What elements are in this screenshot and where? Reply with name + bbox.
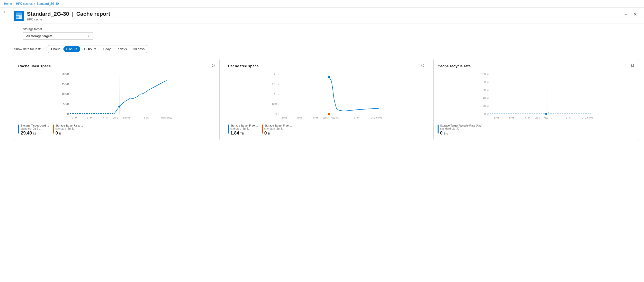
content-area: Standard_2G-30 | Cache report HPC cache … xyxy=(9,8,644,281)
chart-used-space-legend: Storage Target Used ... standard_2g-3...… xyxy=(18,124,216,136)
legend-item-1: Storage Target Used ... standard_2g-3...… xyxy=(18,124,49,136)
svg-text:80B/s: 80B/s xyxy=(483,81,489,84)
chart-recycle-rate-legend: Storage Target Recycle Rate (Avg) standa… xyxy=(438,124,635,136)
svg-text:150kB: 150kB xyxy=(62,83,69,86)
svg-text:Jul 6: Jul 6 xyxy=(323,116,328,119)
header-actions: ··· ✕ xyxy=(622,11,639,18)
storage-target-dropdown[interactable]: All storage targets ▾ xyxy=(23,32,93,40)
svg-text:4:52 PM: 4:52 PM xyxy=(121,116,130,119)
svg-text:6 PM: 6 PM xyxy=(354,116,359,119)
svg-point-17 xyxy=(118,105,120,108)
svg-rect-2 xyxy=(19,13,22,16)
dropdown-selected: All storage targets xyxy=(26,34,52,38)
legend-color-orange-2 xyxy=(262,124,263,134)
sidebar-chevron-icon: » xyxy=(4,10,5,14)
svg-text:4 PM: 4 PM xyxy=(312,116,318,119)
svg-text:4:52 PM: 4:52 PM xyxy=(544,116,552,119)
time-opt-12hours[interactable]: 12 hours xyxy=(80,46,99,52)
svg-text:⌖: ⌖ xyxy=(548,112,550,114)
charts-container: Cache used space 200kB 150kB 100kB 50kB … xyxy=(9,57,644,142)
svg-text:60B/s: 60B/s xyxy=(483,89,489,92)
svg-text:UTC-04:00: UTC-04:00 xyxy=(582,116,593,119)
page-icon xyxy=(14,11,24,21)
svg-point-60 xyxy=(545,112,548,115)
breadcrumb: Home › HPC caches › Standard_2G-30 xyxy=(4,2,59,6)
svg-text:500GB: 500GB xyxy=(271,103,278,106)
svg-text:Jul 6: Jul 6 xyxy=(113,116,118,119)
time-filter: Show data for last: 1 hour 6 hours 12 ho… xyxy=(9,43,644,57)
time-opt-30days[interactable]: 30 days xyxy=(130,46,148,52)
legend-color-blue-2 xyxy=(228,124,229,134)
svg-text:4 PM: 4 PM xyxy=(525,116,530,119)
svg-text:6 PM: 6 PM xyxy=(144,116,149,119)
breadcrumb-bar: Home › HPC caches › Standard_2G-30 xyxy=(0,0,644,8)
chart-recycle-rate-title: Cache recycle rate xyxy=(438,63,635,69)
legend-item-3: Storage Target Free ... standard_2g-3...… xyxy=(228,124,258,136)
sidebar-toggle[interactable]: » xyxy=(0,8,9,281)
svg-text:50kB: 50kB xyxy=(63,103,69,106)
svg-text:2 PM: 2 PM xyxy=(494,116,499,119)
page-title-area: Standard_2G-30 | Cache report HPC cache xyxy=(27,11,622,21)
more-options-button[interactable]: ··· xyxy=(622,11,629,18)
legend-color-blue-1 xyxy=(18,124,19,134)
svg-text:200kB: 200kB xyxy=(62,73,69,76)
svg-text:20B/s: 20B/s xyxy=(483,105,489,108)
chart-recycle-rate: Cache recycle rate 100B/s 80B/s 60B/s 40… xyxy=(433,59,639,140)
breadcrumb-sep-1: › xyxy=(14,2,14,6)
chart-used-space-title: Cache used space xyxy=(18,63,216,69)
breadcrumb-current[interactable]: Standard_2G-30 xyxy=(37,2,59,6)
time-opt-1hour[interactable]: 1 hour xyxy=(48,46,63,52)
dropdown-chevron-icon: ▾ xyxy=(88,34,90,38)
svg-text:100kB: 100kB xyxy=(62,93,69,96)
chart-free-space-title: Cache free space xyxy=(228,63,425,69)
svg-text:Jul 6: Jul 6 xyxy=(535,116,540,119)
svg-text:100B/s: 100B/s xyxy=(482,73,489,76)
svg-text:1.5TB: 1.5TB xyxy=(272,83,278,86)
svg-point-37 xyxy=(328,76,330,78)
svg-text:6 PM: 6 PM xyxy=(566,116,571,119)
breadcrumb-home[interactable]: Home xyxy=(4,2,12,6)
time-opt-7days[interactable]: 7 days xyxy=(114,46,130,52)
pin-icon-2[interactable] xyxy=(420,63,425,69)
time-opt-6hours[interactable]: 6 hours xyxy=(64,46,80,52)
chart-free-space-legend: Storage Target Free ... standard_2g-3...… xyxy=(228,124,425,136)
svg-text:2TB: 2TB xyxy=(274,73,279,76)
svg-text:0B/s: 0B/s xyxy=(484,113,489,116)
hpc-cache-icon xyxy=(16,12,22,19)
svg-text:3 PM: 3 PM xyxy=(86,116,92,119)
filter-section: Storage target All storage targets ▾ xyxy=(9,24,644,43)
svg-text:1TB: 1TB xyxy=(274,93,279,96)
legend-color-blue-3 xyxy=(438,124,438,134)
svg-rect-3 xyxy=(16,16,19,18)
svg-text:3 PM: 3 PM xyxy=(508,116,514,119)
svg-text:0B: 0B xyxy=(66,113,69,116)
page-header: Standard_2G-30 | Cache report HPC cache … xyxy=(9,8,644,24)
chart-free-space-area: 2TB 1.5TB 1TB 500GB 0B xyxy=(228,72,425,122)
chart-used-space-area: 200kB 150kB 100kB 50kB 0B xyxy=(18,72,216,122)
legend-color-orange-1 xyxy=(53,124,54,134)
close-button[interactable]: ✕ xyxy=(631,11,639,18)
svg-text:40B/s: 40B/s xyxy=(483,97,489,100)
svg-text:2 PM: 2 PM xyxy=(281,116,286,119)
pin-icon-3[interactable] xyxy=(630,63,635,69)
legend-item-5: Storage Target Recycle Rate (Avg) standa… xyxy=(438,124,482,136)
svg-rect-1 xyxy=(16,13,19,16)
page-subtitle: HPC cache xyxy=(27,18,622,21)
time-filter-label: Show data for last: xyxy=(14,47,41,51)
svg-rect-4 xyxy=(19,16,22,18)
chart-recycle-rate-svg: 100B/s 80B/s 60B/s 40B/s 20B/s 0B/s xyxy=(438,72,635,122)
legend-item-2: Storage Target Used ... standard_2g-3...… xyxy=(53,124,84,136)
svg-text:2 PM: 2 PM xyxy=(72,116,77,119)
chart-free-space-svg: 2TB 1.5TB 1TB 500GB 0B xyxy=(228,72,425,122)
svg-text:3 PM: 3 PM xyxy=(296,116,302,119)
filter-label: Storage target xyxy=(23,28,639,31)
breadcrumb-hpc[interactable]: HPC caches xyxy=(16,2,33,6)
svg-text:4:52 PM: 4:52 PM xyxy=(331,116,340,119)
pin-icon-1[interactable] xyxy=(211,63,216,69)
time-options-group: 1 hour 6 hours 12 hours 1 day 7 days 30 … xyxy=(46,45,150,53)
chart-recycle-rate-area: 100B/s 80B/s 60B/s 40B/s 20B/s 0B/s xyxy=(438,72,635,122)
svg-text:UTC-04:00: UTC-04:00 xyxy=(371,116,382,119)
svg-text:0B: 0B xyxy=(276,113,279,116)
main-container: » Standard_2G-30 | Cache report H xyxy=(0,8,644,281)
time-opt-1day[interactable]: 1 day xyxy=(100,46,114,52)
